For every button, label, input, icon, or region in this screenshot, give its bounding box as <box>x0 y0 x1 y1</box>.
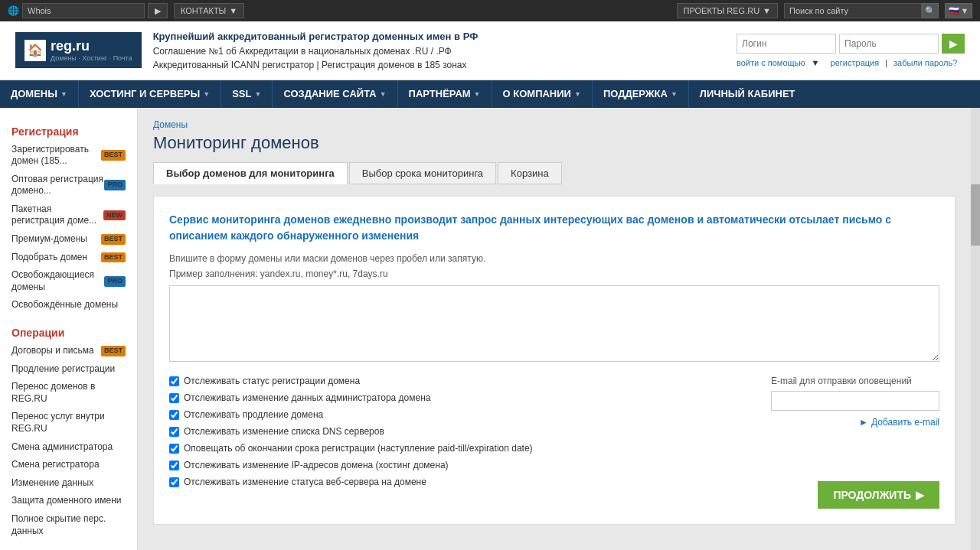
checkbox-webserver-label: Отслеживать изменение статуса веб-сервер… <box>184 477 426 487</box>
topbar-left: 🌐 Whois ▶ КОНТАКТЫ ▼ <box>8 3 244 18</box>
domains-textarea[interactable] <box>169 285 939 362</box>
auth-inputs: ▶ <box>737 34 965 54</box>
panel-hint: Впишите в форму домены или маски доменов… <box>169 253 939 264</box>
nav-partners[interactable]: ПАРТНЁРАМ ▼ <box>398 80 492 108</box>
nav-domains[interactable]: ДОМЕНЫ ▼ <box>0 80 79 108</box>
badge-best: BEST <box>101 252 126 263</box>
nav-hosting-arrow-icon: ▼ <box>203 90 210 98</box>
sidebar-label: Смена регистратора <box>11 459 100 471</box>
continue-btn[interactable]: ПРОДОЛЖИТЬ ▶ <box>818 481 939 509</box>
tab-cart[interactable]: Корзина <box>498 162 562 184</box>
tab-choose-period[interactable]: Выбор срока мониторинга <box>349 162 496 184</box>
checkboxes-left: Отслеживать статус регистрации домена От… <box>169 376 756 493</box>
sidebar-section-buy-sell: Купить-продать <box>0 546 137 550</box>
auth-links: войти с помощью ▼ регистрация | забыли п… <box>737 58 965 67</box>
checkbox-dns[interactable] <box>169 427 179 437</box>
nav-site[interactable]: СОЗДАНИЕ САЙТА ▼ <box>273 80 397 108</box>
sidebar-item-package[interactable]: Пакетная регистрация доме... NEW <box>0 200 137 230</box>
sidebar-item-find-domain[interactable]: Подобрать домен BEST <box>0 249 137 267</box>
sidebar-item-renew[interactable]: Продление регистрации <box>0 360 137 379</box>
checkbox-item-4: Отслеживать изменение списка DNS серверо… <box>169 426 756 437</box>
contacts-btn[interactable]: КОНТАКТЫ ▼ <box>174 3 244 18</box>
checkbox-admin-data-label: Отслеживать изменение данных администрат… <box>184 392 431 403</box>
nav-domains-label: ДОМЕНЫ <box>11 88 57 99</box>
sidebar-item-contracts[interactable]: Договоры и письма BEST <box>0 342 137 360</box>
checkbox-item-3: Отслеживать продление домена <box>169 409 756 420</box>
signin-help-link[interactable]: войти с помощью <box>737 58 805 67</box>
sidebar-item-wholesale[interactable]: Оптовая регистрация домено... PRO <box>0 171 137 200</box>
checkbox-renew-label: Отслеживать продление домена <box>184 409 323 420</box>
logo-link[interactable]: 🏠 reg.ru Домены · Хостинг · Почта <box>15 32 142 68</box>
password-input[interactable] <box>839 34 939 54</box>
search-icon[interactable]: 🔍 <box>922 3 939 18</box>
nav-cabinet[interactable]: ЛИЧНЫЙ КАБИНЕТ <box>689 80 806 108</box>
nav-ssl[interactable]: SSL ▼ <box>221 80 273 108</box>
email-notification-input[interactable] <box>771 391 939 411</box>
main-nav: ДОМЕНЫ ▼ ХОСТИНГ И СЕРВЕРЫ ▼ SSL ▼ СОЗДА… <box>0 80 980 108</box>
nav-cabinet-label: ЛИЧНЫЙ КАБИНЕТ <box>700 88 795 99</box>
add-email-link[interactable]: ► Добавить e-mail <box>771 417 939 428</box>
projects-arrow-icon: ▼ <box>763 6 771 15</box>
checkbox-expiry[interactable] <box>169 444 179 454</box>
sidebar-label: Защита доменного имени <box>11 495 121 507</box>
nav-site-label: СОЗДАНИЕ САЙТА <box>283 88 376 99</box>
sidebar-item-register-domain[interactable]: Зарегистрировать домен (185... BEST <box>0 141 137 171</box>
projects-label: ПРОЕКТЫ REG.RU <box>684 6 760 15</box>
header: 🏠 reg.ru Домены · Хостинг · Почта Крупне… <box>0 21 980 80</box>
checkbox-ip[interactable] <box>169 461 179 470</box>
sidebar-item-releasing[interactable]: Освобождающиеся домены PRO <box>0 266 137 296</box>
email-section: E-mail для отправки оповещений ► Добавит… <box>771 376 939 509</box>
main-panel: Сервис мониторинга доменов ежедневно про… <box>153 196 956 525</box>
scrollbar-thumb[interactable] <box>971 184 980 246</box>
breadcrumb: Домены <box>153 119 956 130</box>
checkbox-renew[interactable] <box>169 410 179 420</box>
site-search-input[interactable]: Поиск по сайту <box>784 3 922 18</box>
sidebar-label: Перенос услуг внутри REG.RU <box>11 411 126 434</box>
sidebar-label: Договоры и письма <box>11 345 94 357</box>
slogan-main: Крупнейший аккредитованный регистратор д… <box>153 31 479 42</box>
nav-ssl-arrow-icon: ▼ <box>254 90 261 98</box>
checkbox-status[interactable] <box>169 376 179 386</box>
sidebar-item-change-registrar[interactable]: Смена регистратора <box>0 456 137 474</box>
sidebar-label: Перенос доменов в REG.RU <box>11 381 126 405</box>
whois-placeholder: Whois <box>28 6 51 15</box>
language-flag[interactable]: 🇷🇺 ▼ <box>945 3 972 18</box>
sidebar-label: Премиум-домены <box>11 233 87 246</box>
sidebar-label: Зарегистрировать домен (185... <box>11 144 101 168</box>
contacts-label: КОНТАКТЫ <box>181 6 226 15</box>
tab-choose-domains[interactable]: Выбор доменов для мониторинга <box>153 162 348 184</box>
panel-example: Пример заполнения: yandex.ru, money*.ru,… <box>169 268 939 279</box>
checkbox-admin-data[interactable] <box>169 393 179 403</box>
sidebar-item-transfer-in[interactable]: Перенос доменов в REG.RU <box>0 378 137 408</box>
breadcrumb-domains-link[interactable]: Домены <box>153 119 188 130</box>
sidebar-item-premium[interactable]: Премиум-домены BEST <box>0 230 137 249</box>
register-link[interactable]: регистрация <box>831 58 880 67</box>
topbar-right: ПРОЕКТЫ REG.RU ▼ Поиск по сайту 🔍 🇷🇺 ▼ <box>677 3 973 18</box>
continue-arrow-icon: ▶ <box>916 489 924 501</box>
sidebar-item-change-admin[interactable]: Смена администратора <box>0 438 137 457</box>
nav-about-arrow-icon: ▼ <box>574 90 581 98</box>
sidebar-item-change-data[interactable]: Изменение данных <box>0 474 137 493</box>
projects-btn[interactable]: ПРОЕКТЫ REG.RU ▼ <box>677 3 779 18</box>
login-input[interactable] <box>737 34 836 54</box>
logo-icon: 🏠 <box>24 40 46 61</box>
checkbox-status-label: Отслеживать статус регистрации домена <box>184 376 360 386</box>
nav-support[interactable]: ПОДДЕРЖКА ▼ <box>593 80 689 108</box>
nav-about[interactable]: О КОМПАНИИ ▼ <box>492 80 593 108</box>
forgot-link[interactable]: забыли пароль? <box>893 58 957 67</box>
top-bar: 🌐 Whois ▶ КОНТАКТЫ ▼ ПРОЕКТЫ REG.RU ▼ По… <box>0 0 980 21</box>
sidebar-item-protect[interactable]: Защита доменного имени <box>0 492 137 510</box>
sidebar-label: Оптовая регистрация домено... <box>11 174 104 197</box>
logo-area: 🏠 reg.ru Домены · Хостинг · Почта Крупне… <box>15 29 478 72</box>
checkbox-webserver[interactable] <box>169 477 179 487</box>
nav-partners-arrow-icon: ▼ <box>474 90 481 98</box>
sidebar-item-released[interactable]: Освобождённые домены <box>0 296 137 314</box>
sidebar-item-hide-data[interactable]: Полное скрытие перс. данных <box>0 510 137 540</box>
nav-hosting[interactable]: ХОСТИНГ И СЕРВЕРЫ ▼ <box>79 80 221 108</box>
auth-submit-btn[interactable]: ▶ <box>942 34 965 54</box>
sidebar-item-transfer-internal[interactable]: Перенос услуг внутри REG.RU <box>0 408 137 438</box>
sidebar-label: Освобождённые домены <box>11 299 118 311</box>
whois-arrow-btn[interactable]: ▶ <box>148 3 168 18</box>
whois-input[interactable]: Whois <box>22 3 145 18</box>
logo-text: reg.ru <box>51 38 132 54</box>
